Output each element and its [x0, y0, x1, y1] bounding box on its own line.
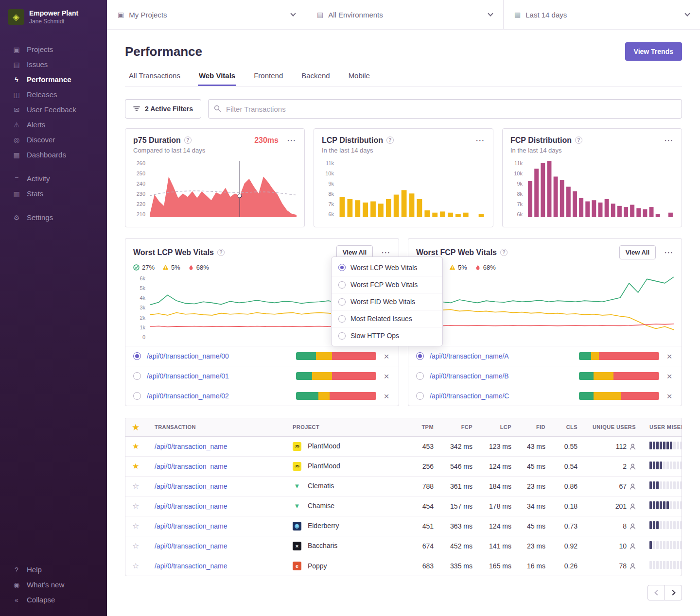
more-options-icon[interactable]: ⋯ [664, 136, 674, 145]
close-icon[interactable]: × [665, 372, 674, 381]
help-icon[interactable]: ? [575, 137, 582, 144]
transaction-link[interactable]: /api/0/transaction_name/C [430, 392, 509, 400]
previous-page-button[interactable] [648, 585, 665, 600]
radio-button[interactable] [416, 372, 424, 380]
star-toggle[interactable] [132, 482, 139, 490]
sidebar-item-help[interactable]: ? Help [0, 562, 107, 577]
dropdown-menu-item[interactable]: Slow HTTP Ops [332, 327, 442, 344]
tab-all-transactions[interactable]: All Transactions [128, 68, 181, 86]
active-filters-button[interactable]: 2 Active Filters [125, 99, 201, 119]
star-toggle[interactable] [132, 562, 139, 570]
transaction-link[interactable]: /api/0/transaction_name [155, 542, 227, 550]
radio-button[interactable] [133, 392, 141, 400]
sidebar-item-issues[interactable]: ▤ Issues [0, 57, 107, 72]
star-toggle[interactable] [132, 522, 139, 530]
radio-button[interactable] [338, 332, 346, 340]
transaction-link[interactable]: /api/0/transaction_name/00 [147, 352, 229, 360]
radio-button[interactable] [338, 298, 346, 306]
radio-button[interactable] [133, 352, 141, 360]
unique-users-cell: 112 [584, 436, 643, 456]
close-icon[interactable]: × [382, 372, 391, 381]
radio-button[interactable] [133, 372, 141, 380]
view-all-button[interactable]: View All [619, 245, 656, 259]
dropdown-menu-item[interactable]: Worst FID Web Vitals [332, 293, 442, 310]
sidebar-nav-main: ▣ Projects ▤ Issues ϟ Performance ◫ Rele… [0, 42, 107, 162]
sidebar-item-stats[interactable]: ▥ Stats [0, 186, 107, 201]
transaction-link[interactable]: /api/0/transaction_name [155, 502, 227, 510]
sidebar-item-performance[interactable]: ϟ Performance [0, 72, 107, 87]
radio-button[interactable] [416, 392, 424, 400]
environment-selector[interactable]: ▤ All Environments [306, 0, 504, 29]
table-row: /api/0/transaction_name JS PlantMood 256… [125, 456, 682, 476]
tpm-value: 683 [408, 556, 440, 576]
fcp-value: 363 ms [440, 516, 479, 536]
more-options-icon[interactable]: ⋯ [664, 248, 674, 257]
nav-item-icon: ▦ [12, 151, 21, 159]
help-icon[interactable]: ? [184, 137, 192, 144]
star-toggle[interactable] [132, 502, 139, 510]
vital-transaction-row: /api/0/transaction_name/B × [408, 366, 682, 386]
tab-web-vitals[interactable]: Web Vitals [198, 68, 236, 86]
dropdown-menu-item[interactable]: Worst LCP Web Vitals [332, 259, 442, 276]
project-icon: JS [293, 442, 301, 451]
close-icon[interactable]: × [665, 392, 674, 401]
search-input[interactable] [208, 99, 682, 119]
radio-button[interactable] [338, 315, 346, 323]
nav-item-icon: ≡ [12, 175, 21, 183]
close-icon[interactable]: × [665, 352, 674, 361]
transaction-link[interactable]: /api/0/transaction_name/B [430, 372, 509, 380]
transaction-link[interactable]: /api/0/transaction_name [155, 482, 227, 490]
tab-frontend[interactable]: Frontend [253, 68, 284, 86]
sidebar-item-alerts[interactable]: ⚠ Alerts [0, 117, 107, 132]
dropdown-menu-item[interactable]: Most Related Issues [332, 310, 442, 327]
radio-button[interactable] [416, 352, 424, 360]
transaction-link[interactable]: /api/0/transaction_name [155, 522, 227, 530]
star-toggle[interactable] [132, 443, 139, 450]
transaction-link[interactable]: /api/0/transaction_name/02 [147, 392, 229, 400]
close-icon[interactable]: × [382, 352, 391, 361]
more-options-icon[interactable]: ⋯ [475, 136, 485, 145]
sidebar-item-activity[interactable]: ≡ Activity [0, 171, 107, 186]
transaction-link[interactable]: /api/0/transaction_name [155, 443, 227, 450]
help-icon[interactable]: ? [386, 137, 394, 144]
sidebar-item-releases[interactable]: ◫ Releases [0, 87, 107, 102]
help-icon[interactable]: ? [217, 249, 225, 256]
sidebar-item-user-feedback[interactable]: ✉ User Feedback [0, 102, 107, 117]
unique-users-value: 112 [616, 443, 627, 450]
transaction-link[interactable]: /api/0/transaction_name/A [430, 352, 509, 360]
transaction-link[interactable]: /api/0/transaction_name/01 [147, 372, 229, 380]
more-options-icon[interactable]: ⋯ [381, 248, 391, 257]
date-range-selector[interactable]: ▦ Last 14 days [504, 0, 700, 29]
help-icon[interactable]: ? [500, 249, 508, 256]
radio-button[interactable] [338, 281, 346, 289]
table-header-cell: LCP [479, 418, 518, 436]
org-switcher[interactable]: ◈ Empower Plant Jane Schmidt [0, 7, 107, 33]
sidebar-item-projects[interactable]: ▣ Projects [0, 42, 107, 57]
transaction-link[interactable]: /api/0/transaction_name [155, 462, 227, 470]
nav-item-label: Settings [27, 213, 53, 222]
sidebar-item-settings[interactable]: ⚙ Settings [0, 210, 107, 225]
view-trends-button[interactable]: View Trends [625, 42, 682, 61]
sidebar-item-dashboards[interactable]: ▦ Dashboards [0, 147, 107, 162]
sidebar-item-collapse[interactable]: « Collapse [0, 592, 107, 607]
org-user: Jane Schmidt [29, 18, 78, 25]
transaction-link[interactable]: /api/0/transaction_name [155, 562, 227, 570]
star-toggle[interactable] [132, 462, 139, 470]
dropdown-menu-item[interactable]: Worst FCP Web Vitals [332, 276, 442, 293]
tab-backend[interactable]: Backend [300, 68, 331, 86]
sidebar-item-whats-new[interactable]: ◉ What’s new [0, 577, 107, 592]
close-icon[interactable]: × [382, 392, 391, 401]
sidebar-item-discover[interactable]: ◎ Discover [0, 132, 107, 147]
nav-item-label: User Feedback [27, 105, 76, 114]
fid-value: 43 ms [518, 436, 552, 456]
next-page-button[interactable] [665, 585, 682, 600]
pagination [125, 585, 682, 600]
user-icon [630, 523, 636, 530]
star-toggle[interactable] [132, 542, 139, 550]
tab-mobile[interactable]: Mobile [348, 68, 371, 86]
project-selector[interactable]: ▣ My Projects [107, 0, 306, 29]
radio-button[interactable] [338, 264, 346, 271]
more-options-icon[interactable]: ⋯ [287, 136, 297, 145]
vital-badge: 5% [162, 263, 180, 271]
user-icon [630, 444, 636, 450]
